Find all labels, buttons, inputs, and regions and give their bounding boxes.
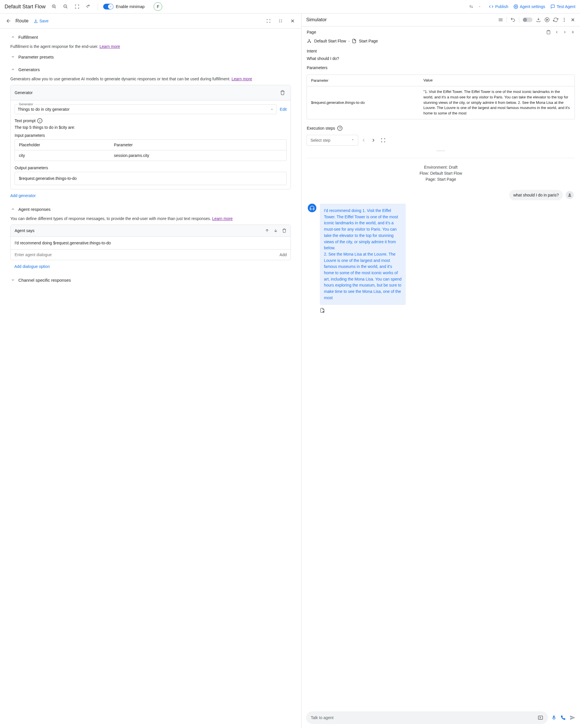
param-name: $request.generative.things-to-do <box>307 86 419 119</box>
help-icon[interactable]: i <box>37 118 43 123</box>
sort-dropdown-icon[interactable] <box>476 3 484 10</box>
collapse-all-icon[interactable] <box>571 30 575 34</box>
next-icon[interactable] <box>563 30 567 34</box>
fulfillment-learn-more[interactable]: Learn more <box>100 44 120 49</box>
add-inline-button[interactable]: Add <box>280 253 287 257</box>
sim-toggle[interactable] <box>523 18 532 22</box>
chevron-up-icon <box>10 67 16 72</box>
publish-button[interactable]: Publish <box>489 4 508 9</box>
test-agent-button[interactable]: Test Agent <box>551 4 575 9</box>
param-presets-toggle[interactable]: Parameter presets <box>10 52 291 61</box>
clipboard-icon[interactable] <box>546 30 551 34</box>
diagnostic-file-icon[interactable]: i <box>320 308 574 313</box>
user-avatar[interactable]: F <box>154 2 162 11</box>
svg-point-19 <box>564 20 564 20</box>
menu-icon[interactable] <box>498 17 503 22</box>
input-params-label: Input parameters <box>15 133 286 138</box>
collapse-icon[interactable] <box>277 17 284 25</box>
mic-icon[interactable] <box>551 715 556 720</box>
channel-specific-title: Channel specific responses <box>18 278 71 283</box>
dialogue-input[interactable] <box>15 253 280 257</box>
talk-input[interactable]: Talk to agent <box>306 711 548 724</box>
sort-icon[interactable] <box>467 3 475 10</box>
agent-responses-title: Agent responses <box>18 207 51 212</box>
step-select[interactable]: Select step <box>307 135 358 146</box>
table-row: city session.params.city <box>15 150 286 161</box>
input-submit-icon[interactable] <box>537 715 543 721</box>
exec-steps-label: Execution steps <box>307 126 335 131</box>
add-dialogue-option-button[interactable]: Add dialogue option <box>10 260 54 273</box>
agent-settings-button[interactable]: Agent settings <box>514 4 545 9</box>
download-icon[interactable] <box>536 17 541 22</box>
param-presets-title: Parameter presets <box>18 54 54 59</box>
help-icon[interactable]: ? <box>337 126 342 131</box>
bc-flow[interactable]: Default Start Flow <box>314 39 346 43</box>
bc-separator: - <box>349 39 350 43</box>
agent-responses-learn-more[interactable]: Learn more <box>212 216 233 221</box>
close-simulator-icon[interactable] <box>570 17 575 22</box>
svg-line-1 <box>55 7 56 8</box>
svg-point-27 <box>569 193 570 195</box>
svg-point-25 <box>310 42 311 43</box>
close-icon[interactable] <box>288 17 297 25</box>
rotate-icon[interactable] <box>85 3 92 10</box>
send-icon[interactable] <box>570 715 575 721</box>
bot-message: I'd recommend doing 1. Visit the Eiffel … <box>320 204 406 305</box>
refresh-icon[interactable] <box>553 17 558 22</box>
minimap-toggle[interactable] <box>103 4 113 9</box>
col-parameter: Parameter <box>110 140 286 150</box>
back-arrow-icon[interactable] <box>5 17 12 25</box>
phone-icon[interactable] <box>560 715 566 720</box>
fulfillment-desc: Fulfillment is the agent response for th… <box>10 44 291 50</box>
edit-generator-button[interactable]: Edit <box>280 107 286 111</box>
play-icon[interactable] <box>545 17 550 22</box>
step-prev-icon[interactable] <box>361 138 366 143</box>
dialogue-row[interactable]: I'd recommend doing $request.generative.… <box>10 237 291 250</box>
flow-merge-icon <box>307 38 312 44</box>
generators-toggle[interactable]: Generators <box>10 65 291 74</box>
fit-screen-icon[interactable] <box>73 3 81 10</box>
move-down-icon[interactable] <box>273 228 278 233</box>
svg-point-24 <box>307 42 308 43</box>
svg-line-5 <box>66 7 67 8</box>
chevron-up-icon <box>10 34 16 40</box>
param-col-value: Value <box>419 75 575 86</box>
fulfillment-section-toggle[interactable]: Fulfillment <box>10 33 291 41</box>
output-params-value[interactable]: $request.generative.things-to-do <box>15 172 286 185</box>
save-button[interactable]: Save <box>33 19 49 23</box>
fullscreen-icon[interactable] <box>381 138 386 143</box>
zoom-out-icon[interactable] <box>62 3 70 10</box>
text-prompt-label: Text prompt <box>15 119 35 123</box>
input-params-table: Placeholder Parameter city session.param… <box>15 139 286 161</box>
add-generator-button[interactable]: Add generator <box>10 193 36 198</box>
delete-generator-icon[interactable] <box>279 88 286 97</box>
bc-page[interactable]: Start Page <box>359 39 378 43</box>
agent-responses-toggle[interactable]: Agent responses <box>10 205 291 213</box>
generators-learn-more[interactable]: Learn more <box>231 77 252 81</box>
delete-response-icon[interactable] <box>282 228 286 233</box>
svg-point-18 <box>564 18 564 19</box>
expand-icon[interactable] <box>265 17 273 25</box>
undo-icon[interactable] <box>510 17 516 22</box>
flow-title: Default Start Flow <box>5 4 46 10</box>
move-up-icon[interactable] <box>265 228 269 233</box>
generator-select[interactable]: Generator Things to do in city generator <box>15 104 277 114</box>
param-row: $request.generative.things-to-do "1. Vis… <box>307 86 575 119</box>
step-next-icon[interactable] <box>371 138 376 143</box>
caret-down-icon <box>270 108 274 111</box>
chevron-up-icon <box>10 207 16 212</box>
params-table: Parameter Value $request.generative.thin… <box>307 75 575 119</box>
param-col-name: Parameter <box>307 75 419 86</box>
drag-handle[interactable] <box>436 150 445 152</box>
prev-icon[interactable] <box>555 30 559 34</box>
more-vert-icon[interactable] <box>562 17 567 22</box>
zoom-in-icon[interactable] <box>50 3 58 10</box>
svg-point-26 <box>309 39 310 40</box>
channel-specific-toggle[interactable]: Channel specific responses <box>10 276 291 284</box>
talk-placeholder: Talk to agent <box>311 716 333 720</box>
svg-text:i: i <box>323 311 324 312</box>
params-label: Parameters <box>307 66 575 70</box>
user-icon <box>566 191 574 199</box>
chevron-down-icon <box>10 54 16 59</box>
generator-card: Generator Generator Things to do in city… <box>10 85 291 189</box>
